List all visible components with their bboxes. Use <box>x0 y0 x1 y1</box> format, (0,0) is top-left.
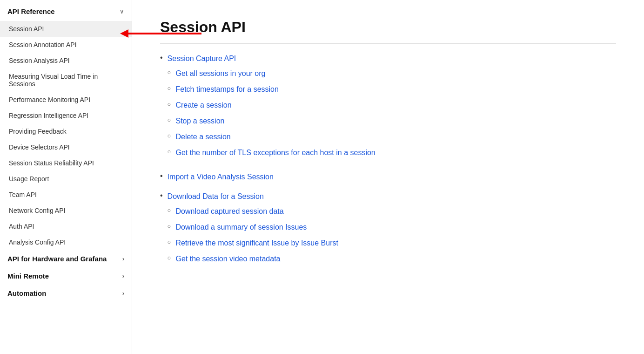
sidebar-item-providing-feedback[interactable]: Providing Feedback <box>0 123 132 139</box>
sidebar-item-usage-report[interactable]: Usage Report <box>0 171 132 187</box>
sidebar-item-session-api[interactable]: Session API <box>0 21 132 37</box>
toc-sublink-get-all-sessions[interactable]: Get all sessions in your org <box>175 68 265 79</box>
toc-subitem-retrieve-significant-issue: Retrieve the most significant Issue by I… <box>168 238 616 249</box>
sidebar-item-network-config-api[interactable]: Network Config API <box>0 203 132 218</box>
toc-item-content-download: Download Data for a Session Download cap… <box>168 191 616 269</box>
toc-link-download-data-session[interactable]: Download Data for a Session <box>168 192 264 200</box>
page-title: Session API <box>160 19 616 44</box>
sidebar-item-mini-remote[interactable]: Mini Remote › <box>0 267 132 285</box>
toc-subitem-download-captured-session-data: Download captured session data <box>168 206 616 217</box>
toc-item-content: Session Capture API Get all sessions in … <box>168 53 616 163</box>
toc-subitem-get-all-sessions: Get all sessions in your org <box>168 68 616 79</box>
sidebar-item-regression-intelligence-api[interactable]: Regression Intelligence API <box>0 108 132 123</box>
sidebar-item-measuring-visual-load[interactable]: Measuring Visual Load Time in Sessions <box>0 68 132 92</box>
arrow-container: Session API <box>0 21 132 37</box>
toc-item-session-capture-api: Session Capture API Get all sessions in … <box>160 53 616 163</box>
toc-sublink-download-summary-issues[interactable]: Download a summary of session Issues <box>175 222 307 233</box>
toc-sublink-get-tls-exceptions[interactable]: Get the number of TLS exceptions for eac… <box>175 147 375 158</box>
toc-subitem-delete-session: Delete a session <box>168 131 616 143</box>
sidebar-item-team-api[interactable]: Team API <box>0 187 132 203</box>
sidebar-item-session-annotation-api[interactable]: Session Annotation API <box>0 37 132 53</box>
sidebar: API Reference ∨ Session API Session Anno… <box>0 0 132 354</box>
sidebar-item-auth-api[interactable]: Auth API <box>0 218 132 234</box>
sidebar-item-session-status-reliability-api[interactable]: Session Status Reliability API <box>0 155 132 171</box>
chevron-down-icon: ∨ <box>120 8 124 15</box>
toc-sublink-delete-session[interactable]: Delete a session <box>175 131 230 143</box>
sidebar-header-title: API Reference <box>7 7 55 15</box>
toc-sublink-get-session-video-metadata[interactable]: Get the session video metadata <box>175 253 280 265</box>
toc-subitem-download-summary-issues: Download a summary of session Issues <box>168 222 616 233</box>
sidebar-item-automation[interactable]: Automation › <box>0 285 132 302</box>
toc-sublist-session-capture: Get all sessions in your org Fetch times… <box>168 68 616 158</box>
sidebar-item-session-analysis-api[interactable]: Session Analysis API <box>0 53 132 68</box>
toc-sublink-download-captured-session-data[interactable]: Download captured session data <box>175 206 283 217</box>
sidebar-header[interactable]: API Reference ∨ <box>0 0 132 21</box>
toc-subitem-get-tls-exceptions: Get the number of TLS exceptions for eac… <box>168 147 616 158</box>
main-content: Session API Session Capture API Get all … <box>132 0 644 354</box>
toc-item-content-import: Import a Video Analysis Session <box>168 171 616 183</box>
chevron-right-icon: › <box>122 272 124 279</box>
sidebar-item-device-selectors-api[interactable]: Device Selectors API <box>0 139 132 155</box>
toc-sublink-create-session[interactable]: Create a session <box>175 100 231 111</box>
toc-sublink-stop-session[interactable]: Stop a session <box>175 116 224 127</box>
sidebar-item-performance-monitoring-api[interactable]: Performance Monitoring API <box>0 92 132 108</box>
toc-link-import-video-analysis[interactable]: Import a Video Analysis Session <box>168 173 274 181</box>
toc-list: Session Capture API Get all sessions in … <box>160 53 616 269</box>
chevron-right-icon: › <box>122 290 124 297</box>
chevron-right-icon: › <box>122 255 124 262</box>
toc-subitem-get-session-video-metadata: Get the session video metadata <box>168 253 616 265</box>
toc-sublist-download: Download captured session data Download … <box>168 206 616 265</box>
toc-sublink-fetch-timestamps[interactable]: Fetch timestamps for a session <box>175 84 278 95</box>
sidebar-item-api-hardware-grafana[interactable]: API for Hardware and Grafana › <box>0 250 132 267</box>
toc-subitem-create-session: Create a session <box>168 100 616 111</box>
toc-subitem-stop-session: Stop a session <box>168 116 616 127</box>
toc-link-session-capture-api[interactable]: Session Capture API <box>168 54 236 62</box>
sidebar-item-analysis-config-api[interactable]: Analysis Config API <box>0 234 132 250</box>
toc-item-import-video-analysis: Import a Video Analysis Session <box>160 171 616 183</box>
toc-subitem-fetch-timestamps: Fetch timestamps for a session <box>168 84 616 95</box>
toc-item-download-data-session: Download Data for a Session Download cap… <box>160 191 616 269</box>
toc-sublink-retrieve-significant-issue[interactable]: Retrieve the most significant Issue by I… <box>175 238 338 249</box>
